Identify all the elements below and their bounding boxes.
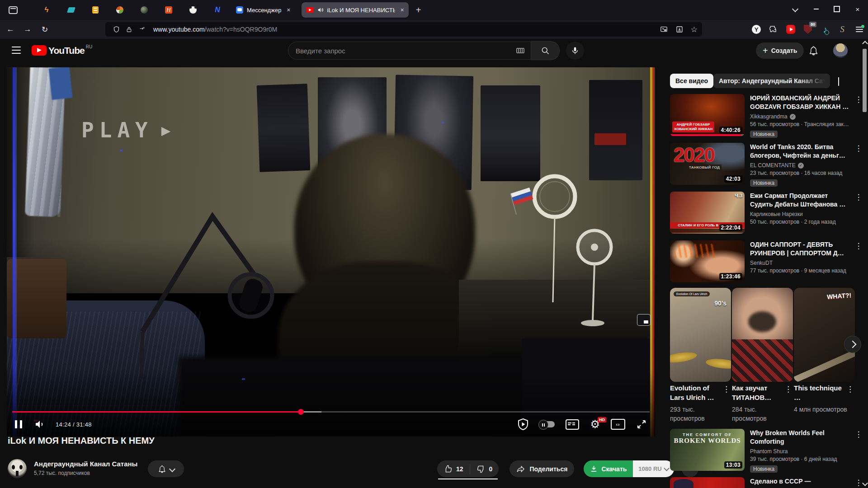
related-video-item[interactable]: Сделано в СССР — ⋮ bbox=[670, 477, 863, 488]
settings-button[interactable]: ⚙ HD bbox=[590, 419, 600, 430]
music-downloader-icon[interactable]: ♪ bbox=[820, 24, 830, 34]
bookmark-star-icon[interactable]: ☆ bbox=[691, 25, 698, 34]
keyboard-icon[interactable] bbox=[516, 48, 524, 53]
youtube-logo[interactable]: YouTube RU bbox=[32, 45, 92, 56]
share-button[interactable]: Поделиться bbox=[509, 460, 574, 477]
search-box[interactable] bbox=[288, 42, 531, 60]
shorts-scroll-right-button[interactable] bbox=[844, 336, 861, 353]
related-channel[interactable]: Карликовые Нарезки bbox=[750, 211, 803, 218]
tracking-shield-icon[interactable] bbox=[113, 26, 120, 33]
tab-active-youtube[interactable]: iLok И МОЯ НЕНАВИСТЬ К × bbox=[302, 2, 409, 18]
create-button[interactable]: + Создать bbox=[756, 42, 804, 59]
short-card[interactable]: WHAT?! bbox=[794, 288, 855, 382]
tab-audio-icon[interactable] bbox=[317, 7, 324, 13]
progress-bar[interactable] bbox=[12, 411, 650, 413]
related-channel[interactable]: Phantom Shura bbox=[750, 448, 788, 455]
video-thumbnail[interactable]: 1:23:46 bbox=[670, 240, 745, 282]
lock-icon[interactable] bbox=[126, 26, 132, 33]
save-to-pocket-icon[interactable] bbox=[675, 26, 684, 33]
list-all-tabs-icon[interactable] bbox=[785, 0, 806, 18]
extension-youtube-icon[interactable] bbox=[786, 24, 796, 34]
dislike-button[interactable]: 0 bbox=[470, 460, 499, 477]
video-thumbnail[interactable] bbox=[670, 477, 745, 488]
pinned-tab-panda-icon[interactable] bbox=[185, 3, 201, 17]
voice-search-button[interactable] bbox=[566, 42, 584, 60]
related-channel[interactable]: SenkuDT bbox=[750, 259, 773, 267]
autoplay-toggle[interactable] bbox=[539, 421, 555, 427]
tab-messenger[interactable]: Мессенджер × bbox=[231, 2, 295, 18]
pause-button[interactable] bbox=[15, 420, 22, 428]
pinned-tab-notebook-icon[interactable] bbox=[88, 3, 103, 17]
related-title[interactable]: World of Tanks 2020. Битва блогеров, Чиф… bbox=[750, 143, 852, 160]
related-title[interactable]: Ежи Сармат Продолжает Судить Дебаты Штеф… bbox=[750, 192, 852, 209]
pinned-tab-lightning-icon[interactable]: ϟ bbox=[39, 3, 54, 17]
close-icon[interactable]: × bbox=[401, 6, 404, 14]
account-avatar[interactable] bbox=[833, 43, 848, 58]
firefox-view-icon[interactable] bbox=[6, 3, 20, 17]
pinned-tab-teal-icon[interactable] bbox=[63, 3, 79, 17]
video-thumbnail[interactable]: 2020 ТАНКОВЫЙ ГОД 42:03 bbox=[670, 143, 745, 185]
pip-overlay-button[interactable] bbox=[637, 314, 651, 326]
maximize-button[interactable] bbox=[826, 0, 847, 18]
short-card[interactable] bbox=[732, 288, 793, 382]
short-title[interactable]: Как звучат ТИТАНОВ… bbox=[732, 383, 786, 402]
notifications-bell-icon[interactable] bbox=[808, 45, 819, 56]
kebab-menu-icon[interactable]: ⋮ bbox=[846, 385, 854, 394]
like-button[interactable]: 12 bbox=[437, 460, 470, 477]
scrollbar-thumb[interactable] bbox=[863, 49, 867, 112]
channel-avatar[interactable] bbox=[8, 459, 27, 478]
chip-all-videos[interactable]: Все видео bbox=[670, 74, 713, 88]
volume-icon[interactable] bbox=[34, 419, 46, 430]
related-video-item[interactable]: 1:23:46 ОДИН САППОРТ - ДЕВЯТЬ РУИНЕРОВ |… bbox=[670, 240, 863, 287]
close-icon[interactable]: × bbox=[287, 6, 290, 14]
permissions-icon[interactable] bbox=[138, 26, 146, 33]
new-tab-button[interactable]: + bbox=[416, 5, 421, 15]
short-title[interactable]: This technique … bbox=[794, 383, 848, 402]
channel-name[interactable]: Андеграундный Канал Сатаны bbox=[34, 460, 137, 468]
related-title[interactable]: ЮРИЙ ХОВАНСКИЙ АНДРЕЙ GOBZAVR ГОБЗАВР ХИ… bbox=[750, 94, 852, 111]
chip-author[interactable]: Автор: Андеграундный Канал Сатаны bbox=[713, 74, 830, 88]
reload-button[interactable]: ↻ bbox=[38, 23, 52, 36]
kebab-menu-icon[interactable]: ⋮ bbox=[784, 385, 792, 394]
scroll-up-arrow[interactable] bbox=[862, 41, 868, 47]
extensions-puzzle-icon[interactable] bbox=[769, 24, 778, 34]
menu-hamburger-icon[interactable] bbox=[12, 47, 21, 54]
video-thumbnail[interactable]: Ч.3 СТАЛИН И ЕГО РОЛЬ В ИСТОРИИ 2:22:04 bbox=[670, 192, 745, 234]
video-player[interactable]: PLAY ▶ 14:24 / 31:48 ⚙ HD ‹› bbox=[7, 67, 655, 436]
back-button[interactable]: ← bbox=[4, 23, 17, 36]
related-video-item[interactable]: АНДРЕЙ ГОБЗАВРХОВАНСКИЙ ХИККАН 4:40:26 Ю… bbox=[670, 94, 863, 141]
subscribed-bell-button[interactable] bbox=[148, 460, 184, 477]
related-title[interactable]: ОДИН САППОРТ - ДЕВЯТЬ РУИНЕРОВ | САППОРТ… bbox=[750, 240, 852, 258]
scroll-down-arrow[interactable] bbox=[862, 480, 868, 486]
url-bar[interactable]: www.youtube.com/watch?v=hsOQR9O9r0M ☆ bbox=[105, 22, 702, 37]
fullscreen-button[interactable] bbox=[636, 419, 647, 430]
chips-scroll-right-icon[interactable] bbox=[838, 77, 839, 85]
related-video-item[interactable]: 2020 ТАНКОВЫЙ ГОД 42:03 World of Tanks 2… bbox=[670, 143, 863, 189]
related-channel[interactable]: Xikkasgrandma bbox=[750, 113, 788, 121]
kebab-menu-icon[interactable]: ⋮ bbox=[722, 385, 730, 394]
pinned-tab-n-icon[interactable]: N bbox=[210, 3, 225, 17]
search-input[interactable] bbox=[295, 47, 516, 55]
related-title[interactable]: Why Broken Worlds Feel Comforting bbox=[750, 429, 852, 446]
theater-mode-button[interactable]: ‹› bbox=[611, 419, 625, 430]
short-title[interactable]: Evolution of Lars Ulrich … bbox=[670, 383, 724, 402]
related-video-item[interactable]: Ч.3 СТАЛИН И ЕГО РОЛЬ В ИСТОРИИ 2:22:04 … bbox=[670, 192, 863, 238]
video-thumbnail[interactable]: THE COMFORT OF BROKEN WORLDS 13:03 bbox=[670, 429, 745, 471]
page-scrollbar[interactable] bbox=[862, 39, 868, 488]
short-card[interactable]: Evolution Of Lars Ulrich 90's bbox=[670, 288, 731, 382]
stylus-s-icon[interactable]: S bbox=[837, 24, 847, 34]
subtitles-button[interactable] bbox=[566, 419, 579, 430]
forward-button[interactable]: → bbox=[21, 23, 34, 36]
download-button[interactable]: Скачать bbox=[584, 460, 633, 477]
shield-play-button[interactable] bbox=[518, 418, 528, 430]
minimize-button[interactable] bbox=[806, 0, 826, 18]
download-quality-select[interactable]: 1080 RU bbox=[633, 460, 674, 477]
sidebar-extension-icon[interactable] bbox=[854, 24, 864, 34]
related-title[interactable]: Сделано в СССР — bbox=[750, 477, 852, 486]
adblock-shield-icon[interactable]: 80 bbox=[803, 24, 813, 34]
video-thumbnail[interactable]: АНДРЕЙ ГОБЗАВРХОВАНСКИЙ ХИККАН 4:40:26 bbox=[670, 94, 745, 136]
related-video-item[interactable]: THE COMFORT OF BROKEN WORLDS 13:03 Why B… bbox=[670, 429, 863, 475]
pinned-tab-h-icon[interactable]: H bbox=[161, 3, 176, 17]
window-close-button[interactable]: × bbox=[847, 0, 868, 18]
related-channel[interactable]: EL COMENTANTE bbox=[750, 162, 796, 169]
